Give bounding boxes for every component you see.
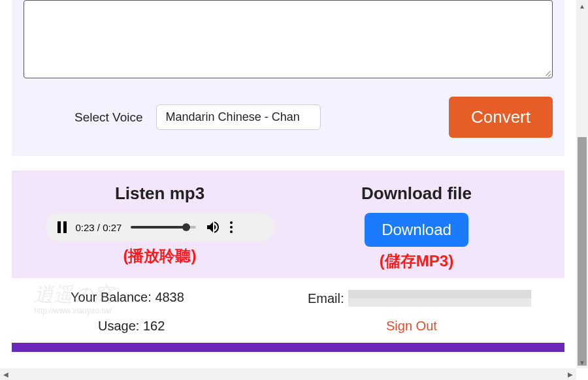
email-label: Email: bbox=[308, 291, 344, 306]
audio-progress-knob[interactable] bbox=[182, 223, 190, 231]
email-row: Email: bbox=[308, 290, 545, 307]
voice-row: Select Voice Mandarin Chinese - Chan Con… bbox=[74, 97, 553, 138]
horizontal-scrollbar[interactable]: ◀ ▶ bbox=[0, 368, 576, 380]
download-button[interactable]: Download bbox=[365, 213, 468, 247]
usage-value: 162 bbox=[143, 319, 165, 333]
content-viewport: Select Voice Mandarin Chinese - Chan Con… bbox=[0, 0, 576, 368]
text-input-area[interactable] bbox=[24, 0, 553, 78]
scroll-up-icon[interactable]: ▲ bbox=[576, 0, 588, 12]
annotation-listen: (播放聆聽) bbox=[123, 245, 197, 266]
audio-player[interactable]: 0:23 / 0:27 bbox=[46, 213, 274, 242]
scroll-left-icon[interactable]: ◀ bbox=[0, 368, 12, 380]
result-panel: Listen mp3 0:23 / 0:27 (播放聆聽) Download f… bbox=[12, 170, 564, 278]
download-title: Download file bbox=[361, 183, 472, 204]
usage-label: Usage: bbox=[98, 319, 139, 333]
resize-handle[interactable] bbox=[544, 70, 551, 76]
vertical-scrollbar[interactable]: ▲ ▼ bbox=[576, 0, 588, 368]
vertical-scroll-thumb[interactable] bbox=[578, 137, 587, 366]
annotation-save: (儲存MP3) bbox=[380, 251, 453, 272]
audio-time: 0:23 / 0:27 bbox=[76, 222, 122, 233]
watermark-url: http://www.xiaoyao.tw/ bbox=[34, 306, 113, 315]
voice-select[interactable]: Mandarin Chinese - Chan bbox=[156, 104, 321, 130]
email-redacted bbox=[348, 290, 531, 307]
listen-title: Listen mp3 bbox=[115, 183, 204, 204]
balance-label: Your Balance: bbox=[71, 290, 152, 304]
sign-out-link[interactable]: Sign Out bbox=[386, 319, 545, 334]
convert-panel: Select Voice Mandarin Chinese - Chan Con… bbox=[12, 0, 564, 156]
select-voice-label: Select Voice bbox=[74, 110, 143, 125]
volume-icon[interactable] bbox=[205, 219, 221, 235]
balance-row: Your Balance: 4838 bbox=[71, 290, 288, 307]
convert-button[interactable]: Convert bbox=[449, 97, 553, 138]
download-column: Download file Download (儲存MP3) bbox=[288, 183, 545, 272]
pause-icon[interactable] bbox=[57, 221, 67, 233]
balance-value: 4838 bbox=[155, 290, 184, 304]
audio-progress-fill bbox=[131, 226, 186, 229]
listen-column: Listen mp3 0:23 / 0:27 (播放聆聽) bbox=[31, 183, 288, 272]
footer-bar bbox=[12, 343, 564, 352]
scroll-down-icon[interactable]: ▼ bbox=[576, 356, 588, 368]
account-panel: Your Balance: 4838 Email: Usage: 162 Sig… bbox=[12, 278, 564, 340]
scroll-right-icon[interactable]: ▶ bbox=[564, 368, 576, 380]
usage-row: Usage: 162 bbox=[98, 319, 288, 334]
audio-progress[interactable] bbox=[131, 226, 196, 229]
audio-menu-icon[interactable] bbox=[230, 221, 233, 233]
